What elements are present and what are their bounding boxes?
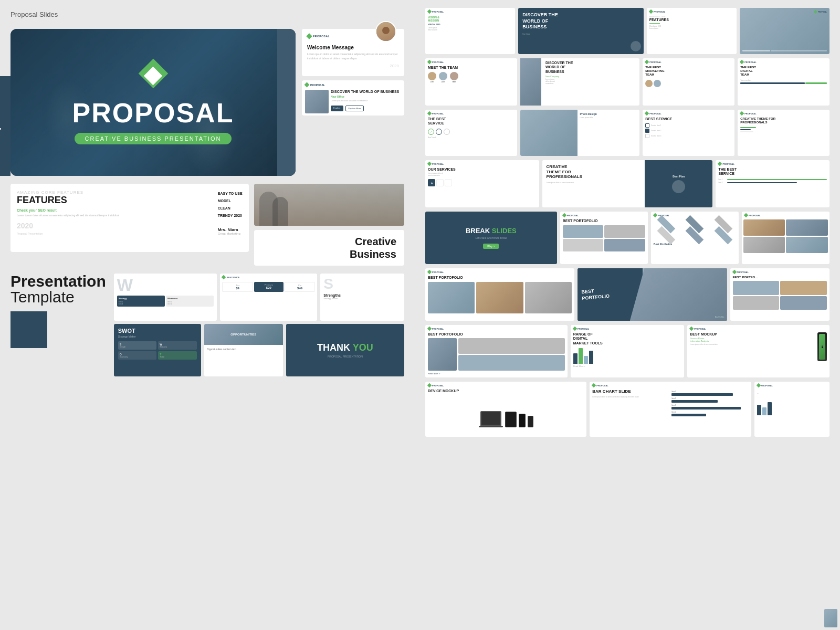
left-panel: Proposal Slides PROPOSAL: [0, 0, 415, 630]
break-title: BREAK SLIDES: [466, 227, 517, 235]
seo-label: Check your SEO result: [17, 208, 243, 212]
easy-to-use-block: EASY TO USEMODELCLEANTRENDY 2020 Mrs. Ni…: [218, 190, 243, 235]
side-slides-col: PROPOSAL Welcome Message Lorem ipsum dol…: [302, 29, 404, 116]
rp-row-6: PROPOSAL BEST PORTOFOLIO BESTPORTFOLIO: [425, 268, 830, 321]
pres-light: Template: [10, 289, 106, 305]
photo-placeholder: [254, 184, 404, 226]
welcome-body: Lorem ipsum dolor sit amet consectetur a…: [307, 52, 399, 60]
best-service-slide-1: PROPOSAL THE BESTSERVICE ✓ New Trends: [425, 110, 517, 156]
w-slide: W Strategy Item 1Item 2 Weakness Item 1I…: [114, 274, 217, 321]
side-proposal-label: Proposal: [0, 76, 10, 176]
service-image-slide: Photo Design Lorem ipsum dolor: [520, 110, 639, 156]
welcome-title: Welcome Message: [307, 45, 399, 50]
best-service-right-slide: PROPOSAL THE BESTSERVICE Item 1 Item 2: [716, 160, 830, 207]
side-proposal-text: Proposal: [0, 106, 2, 146]
image-slide-1: PROPOSAL: [740, 8, 830, 54]
hero-logo: [138, 60, 169, 92]
welcome-slide: PROPOSAL Welcome Message Lorem ipsum dol…: [302, 29, 404, 76]
blue-square: [10, 311, 47, 348]
person-name: Mrs. Niara: [218, 227, 243, 232]
our-services-slide: PROPOSAL OUR SERVICES Lorem ipsum dolor …: [425, 160, 539, 207]
middle-section: AMAZING CORE FEATURES FEATURES Check you…: [10, 184, 404, 266]
rp-row-8: PROPOSAL DEVICE MOCKUP: [425, 382, 830, 437]
bottom-section: Presentation Template W Strategy Item 1I…: [10, 274, 404, 620]
welcome-avatar: [375, 21, 396, 42]
rp-row-7: PROPOSAL BEST PORTOFOLIO Read More >: [425, 325, 830, 377]
s-slide: S Strengths Strategy Maker: [320, 274, 404, 321]
best-portofolio-large: PROPOSAL BEST PORTOFOLIO: [425, 268, 574, 321]
pres-bold: Presentation: [10, 274, 106, 289]
digital-market-slide: PROPOSAL RANGE OFDIGITALMARKET TOOLS Rea…: [571, 325, 685, 377]
bar-chart-slide: PROPOSAL BAR CHART SLIDE Lorem ipsum dol…: [590, 382, 751, 437]
rp-row-1: PROPOSAL VISION & MISSION VISION 2020 Lo…: [425, 8, 830, 54]
rp-row-3: PROPOSAL THE BESTSERVICE ✓ New Trends: [425, 110, 830, 156]
hero-slide: PROPOSAL CREATIVE BUSINESS PRESENTATION: [10, 29, 296, 176]
thankyou-slide: THANK YOU PROPOSAL PRESENTATION: [286, 324, 404, 376]
meet-team-slide: PROPOSAL MEET THE TEAM John Jane: [425, 58, 517, 106]
rp-row-4: PROPOSAL OUR SERVICES Lorem ipsum dolor …: [425, 160, 830, 207]
rp-row-5: BREAK SLIDES Let's take a 5 minute break…: [425, 212, 830, 264]
discover-title: DISCOVER THE WORLD OF BUSINESS: [331, 90, 401, 94]
discover-slide-sm: PROPOSAL DISCOVER THE WORLD OF BUSINESS …: [302, 80, 404, 116]
amazing-core-slide: PROPOSAL AMAZING CORE FEATURES Check you…: [647, 8, 737, 54]
device-mockup-slide: PROPOSAL DEVICE MOCKUP: [425, 382, 586, 437]
features-year: 2020: [17, 222, 243, 230]
vision-mission-slide: PROPOSAL VISION & MISSION VISION 2020 Lo…: [425, 8, 515, 54]
best-mockup-slide: PROPOSAL BEST MOCKUP Process PhoneInform…: [687, 325, 830, 377]
discover-dark-slide: DISCOVER THEWORLD OFBUSINESS Key things: [518, 8, 644, 54]
hero-title: PROPOSAL: [72, 97, 234, 129]
hero-subtitle-bar: CREATIVE BUSINESS PRESENTATION: [75, 133, 232, 144]
best-digital-slide: PROPOSAL THE BESTDIGITALTEAM Team member…: [738, 58, 830, 106]
swot-content-slide: OPPORTUNITIES Opportunities section text: [204, 324, 283, 376]
bar-chart-title: BAR CHART SLIDE: [592, 389, 669, 394]
amazing-label: AMAZING CORE FEATURES: [17, 190, 243, 195]
pricing-slide: BEST PRICE Tier $9 Premium $29: [220, 274, 317, 321]
break-slides: BREAK SLIDES Let's take a 5 minute break…: [425, 212, 557, 264]
right-panel: PROPOSAL VISION & MISSION VISION 2020 Lo…: [415, 0, 840, 630]
best-portf-slide: PROPOSAL BEST PORTFO...: [730, 268, 830, 321]
swot-grid: W Strategy Item 1Item 2 Weakness Item 1I…: [114, 274, 404, 376]
features-title: FEATURES: [17, 195, 243, 206]
best-service-slide-2: PROPOSAL BEST SERVICE Service Item 1 Ser…: [643, 110, 734, 156]
features-body: Lorem ipsum dolor sit amet consectetur a…: [17, 214, 243, 218]
discover-slide-2: DISCOVER THEWORLD OFBUSINESS New Company…: [520, 58, 639, 106]
best-portofolio-bottom: PROPOSAL BEST PORTOFOLIO Read More >: [425, 325, 568, 377]
right-col: CreativeBusiness: [254, 184, 404, 266]
creative-theme-slide-1: PROPOSAL CREATIVE THEME FORPROFESSIONALS: [738, 110, 830, 156]
easy-to-use-text: EASY TO USEMODELCLEANTRENDY 2020: [218, 190, 243, 219]
portfolio-image-slide: PROPOSAL: [742, 212, 830, 264]
creative-business-slide: CreativeBusiness: [254, 230, 404, 266]
person-role: Great Marketing: [218, 232, 243, 235]
proposal-slides-label: Proposal Slides: [10, 10, 404, 18]
welcome-year: 2020: [307, 64, 399, 68]
best-portfolio-dark-slide: BESTPORTFOLIO Best Portfolio: [578, 268, 727, 321]
best-portofolio-slide-1: PROPOSAL BEST PORTOFOLIO: [560, 212, 648, 264]
swot-dark-slide: SWOT Strategy Maker S Strength W Weaknes…: [114, 324, 201, 376]
hero-right-bar: [277, 29, 296, 176]
rp-row-2: PROPOSAL MEET THE TEAM John Jane: [425, 58, 830, 106]
best-marketing-slide: PROPOSAL THE BESTMARKETINGTEAM: [643, 58, 734, 106]
creative-business-text: CreativeBusiness: [350, 235, 396, 260]
presentation-label: Presentation Template: [10, 274, 106, 348]
thankyou-text: THANK YOU: [317, 342, 373, 353]
name-block: Mrs. Niara Great Marketing: [218, 227, 243, 235]
creative-theme-dark-slide: CREATIVETHEME FORPROFESSIONALS Lorem ips…: [542, 160, 713, 207]
features-slide: AMAZING CORE FEATURES FEATURES Check you…: [10, 184, 249, 252]
features-subbrand: Proposal Presentation: [17, 232, 243, 235]
discover-subtitle: New Office: [331, 95, 401, 98]
extra-slide: PROPOSAL ...: [754, 382, 830, 437]
diamond-grid-slide: PROPOSAL Best Portfolios: [651, 212, 739, 264]
main-container: Proposal Slides PROPOSAL: [0, 0, 840, 630]
discover-body: Lorem ipsum dolor sit amet consectetur: [331, 99, 401, 102]
